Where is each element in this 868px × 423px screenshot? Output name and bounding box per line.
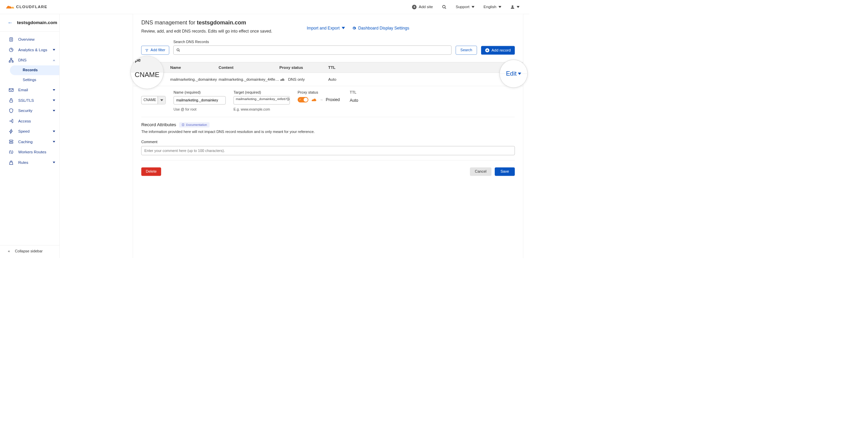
sidebar-item-dns[interactable]: DNS xyxy=(0,55,59,65)
comment-input[interactable] xyxy=(141,146,515,155)
add-filter-button[interactable]: Add filter xyxy=(141,46,169,55)
sidebar-item-overview[interactable]: Overview xyxy=(0,34,59,45)
column-content: Content xyxy=(219,65,279,70)
chevron-down-icon xyxy=(53,110,55,112)
sidebar-item-security[interactable]: Security xyxy=(0,105,59,116)
sidebar-item-rules[interactable]: Rules xyxy=(0,157,59,168)
svg-rect-8 xyxy=(11,58,12,59)
svg-point-0 xyxy=(442,5,445,8)
chevron-up-icon xyxy=(53,59,55,61)
sidebar-item-workers[interactable]: Workers Routes xyxy=(0,147,59,157)
column-proxy: Proxy status xyxy=(279,65,328,70)
row-ttl: Auto xyxy=(328,77,357,81)
caret-down-icon xyxy=(517,6,520,8)
search-label: Search DNS Records xyxy=(173,40,451,44)
page-subtitle: Review, add, and edit DNS records. Edits… xyxy=(141,28,299,34)
sidebar-item-records[interactable]: Records xyxy=(10,65,59,75)
topbar: CLOUDFLARE + Add site Support English xyxy=(0,0,530,14)
bolt-icon xyxy=(9,129,14,134)
target-hint: E.g. www.example.com xyxy=(234,108,290,112)
cloudflare-logo[interactable]: CLOUDFLARE xyxy=(6,5,47,9)
rules-icon xyxy=(9,160,14,165)
ttl-value: Auto xyxy=(350,98,375,103)
row-content: mailmarketing._domainkey_44fe… xyxy=(219,77,279,81)
svg-rect-14 xyxy=(9,142,13,143)
back-arrow-icon[interactable]: ← xyxy=(7,19,13,26)
save-button[interactable]: Save xyxy=(495,167,515,176)
svg-rect-13 xyxy=(9,140,13,141)
import-export-dropdown[interactable]: Import and Export xyxy=(307,26,345,31)
add-site-button[interactable]: + Add site xyxy=(412,5,433,9)
sidebar-item-analytics[interactable]: Analytics & Logs xyxy=(0,45,59,55)
cloud-orange-icon xyxy=(311,98,317,102)
record-attributes-desc: The information provided here will not i… xyxy=(141,130,515,134)
delete-button[interactable]: Delete xyxy=(141,167,161,176)
search-icon xyxy=(442,5,447,9)
row-name: mailmarketing._domainkey xyxy=(170,77,219,81)
sidebar-item-speed[interactable]: Speed xyxy=(0,126,59,137)
proxy-label: Proxy status xyxy=(298,90,342,95)
dns-table-row[interactable]: mailmarketing._domainkey mailmarketing._… xyxy=(133,73,523,86)
gear-icon xyxy=(352,26,356,30)
comment-label: Comment xyxy=(141,140,515,144)
chevron-down-icon xyxy=(53,141,55,142)
column-ttl: TTL xyxy=(328,65,357,70)
clipboard-icon xyxy=(9,37,14,42)
collapse-sidebar-button[interactable]: « Collapse sidebar xyxy=(0,245,59,258)
scrollbar-thumb[interactable] xyxy=(287,97,289,101)
proxy-toggle[interactable]: ✓ xyxy=(298,97,309,102)
global-search-button[interactable] xyxy=(442,5,447,9)
chevron-double-left-icon: « xyxy=(8,249,10,253)
search-button[interactable]: Search xyxy=(456,46,477,55)
svg-point-15 xyxy=(177,49,179,51)
name-label: Name (required) xyxy=(174,90,226,95)
cancel-button[interactable]: Cancel xyxy=(470,167,491,176)
ttl-label: TTL xyxy=(350,90,375,95)
svg-rect-9 xyxy=(9,61,11,62)
dns-table-header: Name Content Proxy status TTL xyxy=(133,62,523,73)
chevron-down-icon xyxy=(53,161,55,163)
workers-icon xyxy=(9,150,14,155)
lock-icon xyxy=(9,98,14,103)
sidebar-item-email[interactable]: Email xyxy=(0,85,59,95)
chevron-down-icon xyxy=(53,131,55,132)
search-input[interactable] xyxy=(173,45,451,55)
main-content: DNS management for testsgdomain.com Revi… xyxy=(60,14,530,258)
target-label: Target (required) xyxy=(234,90,290,95)
domain-breadcrumb[interactable]: ← testsgdomain.com xyxy=(0,14,59,31)
cloud-gray-icon xyxy=(279,77,285,81)
documentation-link[interactable]: Documentation xyxy=(179,122,210,127)
plus-circle-icon: + xyxy=(485,48,489,52)
sidebar: ← testsgdomain.com Overview Analytics & … xyxy=(0,14,60,258)
sidebar-item-dns-settings[interactable]: Settings xyxy=(0,75,59,85)
account-dropdown[interactable] xyxy=(510,5,519,9)
sidebar-item-ssl[interactable]: SSL/TLS xyxy=(0,95,59,106)
display-settings-link[interactable]: Dashboard Display Settings xyxy=(352,26,409,31)
row-proxy: DNS only xyxy=(288,77,305,81)
caret-down-icon xyxy=(342,27,345,29)
filter-icon xyxy=(145,49,149,52)
check-icon: ✓ xyxy=(299,98,301,101)
column-name: Name xyxy=(170,65,219,70)
svg-line-1 xyxy=(445,7,446,8)
book-icon xyxy=(181,123,184,127)
language-dropdown[interactable]: English xyxy=(484,5,501,9)
target-input[interactable]: mailmarketing._domainkey_44fe671c1d261f2… xyxy=(234,96,290,104)
caret-down-icon xyxy=(498,6,501,8)
chevron-down-icon xyxy=(53,89,55,91)
chevron-down-icon xyxy=(53,49,55,51)
add-record-button[interactable]: + Add record xyxy=(481,46,515,55)
svg-rect-10 xyxy=(12,61,13,62)
support-dropdown[interactable]: Support xyxy=(456,5,474,9)
name-hint: Use @ for root xyxy=(174,108,226,112)
sidebar-item-access[interactable]: Access xyxy=(0,116,59,127)
caret-down-icon xyxy=(472,6,475,8)
type-select[interactable]: CNAME xyxy=(141,96,166,104)
name-input[interactable] xyxy=(174,96,226,104)
database-icon xyxy=(9,139,14,145)
sidebar-item-caching[interactable]: Caching xyxy=(0,137,59,147)
person-icon xyxy=(510,5,514,9)
shield-icon xyxy=(9,108,14,113)
record-attributes-title: Record Attributes xyxy=(141,122,176,128)
svg-rect-12 xyxy=(10,100,13,102)
